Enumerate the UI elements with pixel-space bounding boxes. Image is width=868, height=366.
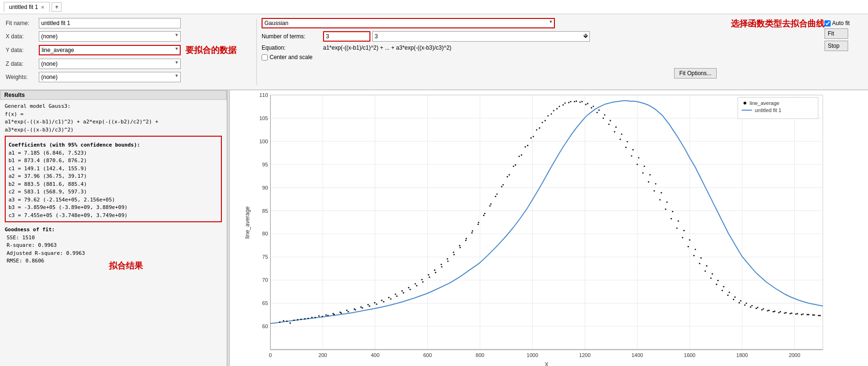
svg-text:2000: 2000 [789,352,800,358]
svg-point-81 [507,176,508,177]
coeff-item: b3 = -3.859e+05 (-3.89e+09, 3.889e+09) [9,204,218,212]
svg-point-133 [802,314,804,315]
goodness-title: Goodness of fit: [5,226,222,234]
svg-point-92 [570,101,571,102]
svg-point-46 [279,322,281,323]
svg-point-153 [395,294,396,295]
y-axis-title: line_average [244,206,251,239]
svg-point-61 [383,301,385,303]
svg-text:1400: 1400 [631,352,643,358]
svg-point-152 [388,297,390,298]
svg-point-118 [717,280,719,281]
coeff-item: c2 = 583.1 (568.9, 597.3) [9,188,218,196]
svg-point-195 [648,181,649,183]
svg-point-112 [684,230,685,231]
svg-point-208 [721,290,723,291]
svg-point-69 [435,272,436,273]
num-terms-select[interactable]: 3 [372,31,590,42]
svg-point-193 [637,164,638,165]
num-terms-input[interactable] [323,31,370,42]
center-scale-checkbox[interactable] [262,54,268,61]
right-form: Gaussian Number of terms: 3 Equation: [262,18,717,78]
weights-row: Weights: (none) [6,72,252,82]
function-type-row: Gaussian [262,18,717,28]
chart-area: 110 105 100 95 90 85 80 75 70 65 60 0 20… [230,90,868,366]
fit-button[interactable]: Fit [824,28,848,39]
svg-point-63 [396,296,398,297]
svg-point-174 [527,145,528,146]
svg-point-83 [518,156,520,157]
fit-options-button[interactable]: Fit Options... [674,68,717,78]
svg-point-135 [814,314,815,316]
num-terms-select-wrapper: 3 [372,31,590,42]
svg-point-127 [768,310,770,311]
svg-point-101 [621,133,623,135]
svg-point-172 [515,164,516,166]
coeff-title: Coefficients (with 95% confidence bounds… [9,141,218,149]
svg-point-192 [631,155,632,157]
svg-point-188 [608,123,610,125]
svg-point-218 [778,312,780,314]
z-data-select[interactable]: (none) [39,59,181,69]
svg-point-142 [318,315,320,317]
svg-text:100: 100 [259,139,268,144]
function-type-select[interactable]: Gaussian [262,18,555,28]
svg-point-220 [789,313,791,314]
svg-point-145 [340,312,341,313]
autofit-checkbox[interactable] [824,20,831,26]
svg-point-115 [700,257,701,259]
svg-point-209 [727,295,728,296]
svg-text:95: 95 [262,162,268,167]
goodness-section: Goodness of fit: SSE: 1510 R-square: 0.9… [5,226,222,265]
svg-point-147 [354,308,355,310]
svg-point-146 [346,310,348,311]
svg-point-186 [596,112,598,113]
svg-point-95 [587,103,588,104]
svg-point-166 [478,222,479,223]
results-panel-title: Results [0,90,227,100]
x-data-select[interactable]: (none) [39,31,181,42]
top-section: Fit name: X data: (none) Y data: line_av… [0,14,868,90]
svg-point-124 [751,305,753,306]
svg-point-178 [551,113,552,114]
coeff-item: b2 = 883.5 (881.6, 885.4) [9,181,218,189]
svg-point-194 [642,172,644,174]
svg-point-48 [293,320,295,321]
weights-select[interactable]: (none) [39,72,181,82]
svg-point-190 [620,139,621,140]
svg-point-203 [693,255,694,256]
x-axis-labels: 0 200 400 600 800 1000 1200 1400 1600 18… [269,352,800,358]
coeff-item: b1 = 873.4 (870.6, 876.2) [9,157,218,165]
svg-point-148 [360,306,362,308]
svg-point-184 [585,104,587,105]
add-tab-button[interactable]: + [52,2,61,12]
svg-text:80: 80 [262,231,268,236]
tab-untitled-fit-1[interactable]: untitled fit 1 ✕ [4,2,50,12]
svg-point-96 [593,105,594,107]
svg-point-86 [536,129,537,131]
svg-point-51 [315,317,316,318]
fit-name-input[interactable] [39,18,181,28]
legend-label-fit: untitled fit 1 [755,107,781,113]
stop-button[interactable]: Stop [824,41,848,51]
svg-point-85 [530,137,532,139]
svg-point-223 [807,314,808,315]
results-content: General model Gauss3: f(x) = a1*exp(-((x… [0,100,227,268]
svg-point-76 [477,224,479,225]
svg-point-104 [638,157,640,158]
svg-point-214 [755,308,757,309]
svg-point-154 [402,290,403,292]
svg-point-89 [553,110,554,111]
main-content: Results General model Gauss3: f(x) = a1*… [0,90,868,366]
svg-point-197 [659,199,661,200]
coefficients-box: Coefficients (with 95% confidence bounds… [5,136,222,222]
svg-point-144 [333,313,334,314]
svg-point-73 [459,247,461,248]
center-scale-row: Center and scale [262,54,717,61]
y-data-select[interactable]: line_average [39,45,181,55]
tab-close-button[interactable]: ✕ [41,5,44,10]
svg-point-47 [286,321,288,322]
svg-text:600: 600 [423,352,432,358]
rsquare-value: R-square: 0.9963 [5,242,222,250]
svg-point-130 [785,312,787,314]
